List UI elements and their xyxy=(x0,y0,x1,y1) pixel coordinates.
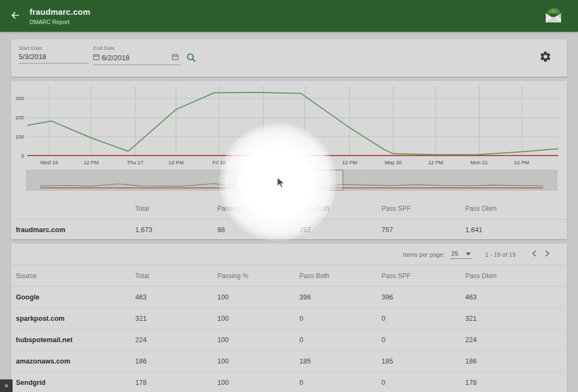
row-value: 100 xyxy=(217,329,299,350)
row-value: 0 xyxy=(382,329,465,350)
row-value: 178 xyxy=(135,372,217,392)
row-value: 396 xyxy=(382,286,465,308)
source-table: SourceTotalPassing %Pass BothPass SPFPas… xyxy=(11,266,567,392)
row-value: 0 xyxy=(299,308,382,329)
column-header: Pass Both xyxy=(299,198,382,219)
column-header: Pass Dkim xyxy=(465,266,567,286)
row-value: 185 xyxy=(382,350,465,372)
summary-row[interactable]: fraudmarc.com1,673987577571,641 xyxy=(11,219,567,240)
row-value: 224 xyxy=(465,329,567,350)
column-header xyxy=(11,198,135,219)
search-button[interactable] xyxy=(186,53,196,65)
row-value: 321 xyxy=(465,308,567,329)
row-value: 100 xyxy=(217,308,299,329)
chevron-left-icon xyxy=(532,250,536,258)
svg-text:May 20: May 20 xyxy=(385,159,402,165)
sources-card: Items per page: 25 1 - 19 of 19 SourceTo… xyxy=(11,244,567,392)
envelope-logo-icon xyxy=(543,6,564,26)
row-value: 100 xyxy=(217,372,299,392)
items-per-page-label: Items per page: xyxy=(403,251,444,258)
row-value: 185 xyxy=(299,350,382,372)
chevron-down-icon xyxy=(466,250,471,257)
row-value: 1,641 xyxy=(465,219,567,240)
row-label: Google xyxy=(11,286,135,308)
row-value: 0 xyxy=(382,372,465,392)
items-per-page-value: 25 xyxy=(452,250,459,257)
header-titles: fraudmarc.com DMARC Report xyxy=(30,7,90,25)
chart-brush xyxy=(26,170,557,193)
row-value: 1,673 xyxy=(135,219,217,240)
previous-page-button[interactable] xyxy=(528,248,541,261)
row-value: 178 xyxy=(465,372,567,392)
row-value: 463 xyxy=(135,286,217,308)
page-range-label: 1 - 19 of 19 xyxy=(485,251,516,258)
paginator: Items per page: 25 1 - 19 of 19 xyxy=(11,244,567,266)
row-label: hubspotemail.net xyxy=(11,329,135,350)
svg-text:Sat 19: Sat 19 xyxy=(298,159,313,165)
row-value: 186 xyxy=(135,350,217,372)
brush-selection-handle[interactable] xyxy=(235,170,343,191)
chart-card: Wed 1612 PMThu 1712 PMFri 1812 PMSat 191… xyxy=(11,81,567,239)
row-label: Sendgrid xyxy=(11,372,135,392)
column-header: Passing % xyxy=(217,198,299,219)
calendar-icon xyxy=(93,53,100,62)
column-header: Pass Dkim xyxy=(465,198,567,219)
gear-icon xyxy=(539,50,552,65)
main-chart: Wed 1612 PMThu 1712 PMFri 1812 PMSat 191… xyxy=(11,81,567,169)
row-value: 224 xyxy=(135,329,217,350)
svg-text:Mon 21: Mon 21 xyxy=(471,159,488,165)
row-label: sparkpost.com xyxy=(11,308,135,329)
svg-text:12 PM: 12 PM xyxy=(342,159,357,165)
row-value: 463 xyxy=(465,286,567,308)
calendar-picker-icon[interactable] xyxy=(172,53,178,62)
items-per-page-select[interactable]: 25 xyxy=(450,250,472,259)
back-arrow-icon xyxy=(10,10,21,22)
svg-text:Wed 16: Wed 16 xyxy=(40,159,58,165)
settings-button[interactable] xyxy=(539,50,552,65)
column-header: Total xyxy=(135,198,217,219)
svg-text:200: 200 xyxy=(15,114,24,120)
start-date-field: Start Date xyxy=(19,45,89,64)
summary-table: TotalPassing %Pass BothPass SPFPass Dkim… xyxy=(11,198,567,240)
source-row[interactable]: sparkpost.com32110000321 xyxy=(11,308,567,329)
svg-text:12 PM: 12 PM xyxy=(169,159,184,165)
svg-text:12 PM: 12 PM xyxy=(428,159,443,165)
row-value: 0 xyxy=(299,372,382,392)
end-date-input[interactable] xyxy=(102,54,152,62)
row-value: 0 xyxy=(382,308,465,329)
back-button[interactable] xyxy=(4,5,26,27)
column-header: Pass Both xyxy=(299,266,382,286)
next-page-button[interactable] xyxy=(541,248,554,261)
app-header: fraudmarc.com DMARC Report xyxy=(0,0,578,32)
column-header: Total xyxy=(135,266,217,286)
svg-text:100: 100 xyxy=(15,134,24,140)
row-label: amazonaws.com xyxy=(11,350,135,372)
svg-text:12 PM: 12 PM xyxy=(84,159,99,165)
svg-text:0: 0 xyxy=(21,153,24,159)
page-subtitle: DMARC Report xyxy=(30,19,90,25)
end-date-label: End Date xyxy=(93,45,181,51)
source-row[interactable]: Google463100396396463 xyxy=(11,286,567,308)
close-overlay-button[interactable]: × xyxy=(0,379,13,392)
row-value: 100 xyxy=(217,286,299,308)
search-icon xyxy=(186,53,196,65)
source-row[interactable]: amazonaws.com186100185185186 xyxy=(11,350,567,372)
source-row[interactable]: hubspotemail.net22410000224 xyxy=(11,329,567,350)
end-date-field: End Date xyxy=(93,45,181,65)
row-label: fraudmarc.com xyxy=(11,219,135,240)
page-title: fraudmarc.com xyxy=(30,7,90,16)
date-toolbar: Start Date End Date xyxy=(11,39,567,77)
column-header: Source xyxy=(11,266,135,286)
column-header: Pass SPF xyxy=(382,266,465,286)
source-row[interactable]: Sendgrid17810000178 xyxy=(11,372,567,392)
row-value: 757 xyxy=(382,219,465,240)
row-value: 100 xyxy=(217,350,299,372)
row-value: 98 xyxy=(217,219,299,240)
row-value: 186 xyxy=(465,350,567,372)
svg-text:Fri 18: Fri 18 xyxy=(212,159,226,165)
row-value: 0 xyxy=(299,329,382,350)
column-header: Pass SPF xyxy=(382,198,465,219)
row-value: 757 xyxy=(299,219,382,240)
chevron-right-icon xyxy=(545,250,550,258)
svg-text:300: 300 xyxy=(15,95,24,101)
